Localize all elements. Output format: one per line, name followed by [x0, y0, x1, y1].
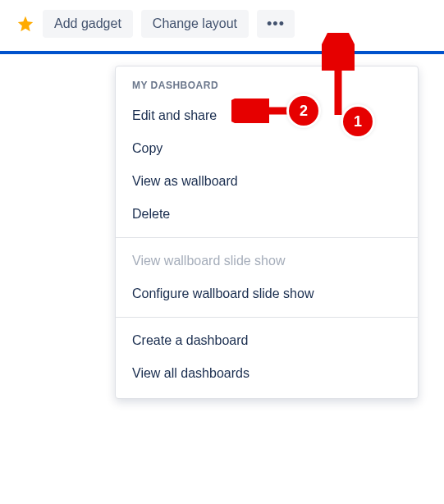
toolbar: Add gadget Change layout ••• [0, 0, 444, 51]
dropdown-divider [116, 317, 418, 318]
more-icon: ••• [267, 16, 285, 31]
annotation-step-1: 1 [343, 107, 373, 136]
add-gadget-button[interactable]: Add gadget [43, 10, 133, 38]
menu-item-delete[interactable]: Delete [116, 198, 418, 231]
menu-item-view-all-dashboards[interactable]: View all dashboards [116, 357, 418, 390]
menu-item-view-wallboard-slideshow: View wallboard slide show [116, 245, 418, 277]
dropdown-section-header: MY DASHBOARD [116, 75, 418, 99]
star-icon[interactable] [16, 15, 34, 33]
active-tab-underline [0, 51, 444, 54]
more-menu-button[interactable]: ••• [257, 10, 295, 38]
menu-item-create-dashboard[interactable]: Create a dashboard [116, 324, 418, 357]
menu-item-copy[interactable]: Copy [116, 132, 418, 165]
change-layout-button[interactable]: Change layout [141, 10, 249, 38]
menu-item-configure-wallboard-slideshow[interactable]: Configure wallboard slide show [116, 277, 418, 310]
dropdown-divider [116, 237, 418, 238]
annotation-step-2: 2 [289, 96, 318, 126]
menu-item-view-as-wallboard[interactable]: View as wallboard [116, 165, 418, 198]
